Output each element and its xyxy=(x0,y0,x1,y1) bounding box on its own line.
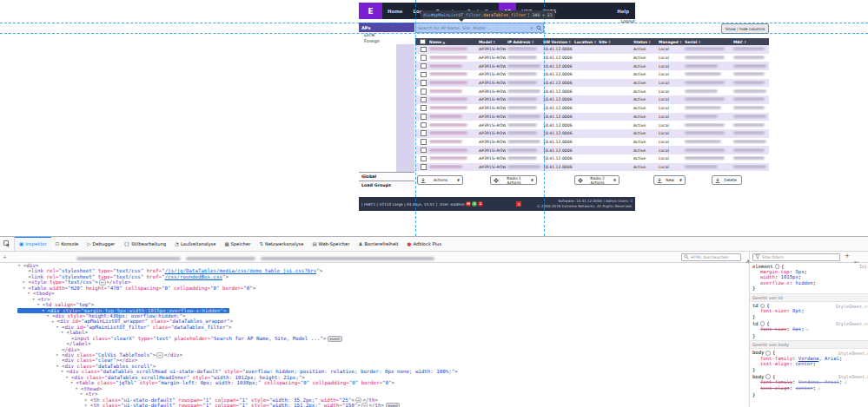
row-checkbox-cell[interactable] xyxy=(415,80,427,86)
row-checkbox-cell[interactable] xyxy=(415,139,427,145)
managed-column[interactable]: Managed⇕ xyxy=(657,40,683,44)
table-row[interactable]: AP3915i-ROW10.41.12.0006ActiveLocal xyxy=(415,138,769,147)
selector-highlighter-icon[interactable] xyxy=(765,374,771,379)
radio-2-actions-button[interactable]: Radio 2 Actions▼ xyxy=(574,175,620,185)
row-checkbox[interactable] xyxy=(421,130,427,136)
row-checkbox[interactable] xyxy=(421,114,427,120)
row-checkbox[interactable] xyxy=(421,63,427,69)
markup-line[interactable]: ▶<th class="ui-state-default" rowspan="1… xyxy=(0,403,748,407)
selector-highlighter-icon[interactable] xyxy=(760,321,765,326)
row-checkbox-cell[interactable] xyxy=(415,97,427,103)
row-checkbox[interactable] xyxy=(421,80,427,86)
tab-netzwerkanalyse[interactable]: ⇅Netzwerkanalyse xyxy=(255,237,308,251)
row-checkbox[interactable] xyxy=(421,55,427,61)
tab-stilbearbeitung[interactable]: {}Stilbearbeitung xyxy=(119,237,170,251)
row-checkbox-cell[interactable] xyxy=(415,130,427,136)
row-checkbox-cell[interactable] xyxy=(415,148,427,154)
row-checkbox[interactable] xyxy=(421,47,427,53)
table-row[interactable]: AP3915i-ROW10.41.12.0006ActiveLocal xyxy=(415,104,769,113)
table-row[interactable]: AP3915i-ROW10.41.12.0006ActiveLocal xyxy=(415,62,769,70)
nav-item-help[interactable]: Help xyxy=(611,3,635,19)
row-checkbox[interactable] xyxy=(421,156,427,162)
row-checkbox[interactable] xyxy=(421,122,427,128)
pick-element-icon[interactable] xyxy=(0,237,15,251)
tab-debugger[interactable]: ▷Debugger xyxy=(83,237,119,251)
css-declaration[interactable]: font-size: 8pt;⚠ xyxy=(752,326,868,332)
status-badge[interactable]: M xyxy=(466,201,471,207)
radio-1-actions-button[interactable]: Radio 1 Actions▼ xyxy=(490,175,537,185)
table-row[interactable]: AP3915i-ROW10.41.12.0006ActiveLocal xyxy=(415,154,769,163)
location-column[interactable]: Location⇕ xyxy=(573,40,597,44)
stylesheet-link[interactable]: StyleSheet.css: xyxy=(836,321,868,326)
row-checkbox[interactable] xyxy=(421,105,427,111)
css-declaration[interactable]: text-align: center;⚠ xyxy=(752,385,868,391)
row-checkbox[interactable] xyxy=(421,97,427,103)
tab-inspektor[interactable]: ▣Inspektor xyxy=(15,237,51,251)
checkbox-column[interactable] xyxy=(415,39,427,45)
sidebar-item-global[interactable]: Global xyxy=(359,172,414,181)
table-row[interactable]: AP3915i-ROW10.41.12.0006ActiveLocal xyxy=(415,79,769,88)
table-row[interactable]: AP3915i-ROW10.41.12.0006ActiveLocal xyxy=(415,129,769,138)
collapsed-content-icon[interactable]: … xyxy=(361,403,368,407)
add-rule-button[interactable]: + xyxy=(845,253,850,259)
sw-version-column[interactable]: SW Version⇕ xyxy=(541,40,573,44)
name-column[interactable]: Name▲ xyxy=(427,40,477,44)
row-checkbox-cell[interactable] xyxy=(415,55,427,61)
model-column[interactable]: Model⇕ xyxy=(477,40,506,44)
table-row[interactable]: AP3915i-ROW10.41.12.0006ActiveLocal xyxy=(415,45,769,54)
stylesheet-link[interactable]: StyleSheet.css xyxy=(838,351,868,356)
row-checkbox[interactable] xyxy=(421,164,427,170)
table-row[interactable]: AP3915i-ROW10.41.12.0006ActiveLocal xyxy=(415,54,769,62)
collapsed-content-icon[interactable]: … xyxy=(156,352,163,358)
stylesheet-link[interactable]: Inline xyxy=(859,264,868,269)
new-button[interactable]: New▼ xyxy=(653,175,686,185)
table-row[interactable]: AP3915i-ROW10.41.12.0006ActiveLocal xyxy=(415,121,769,129)
row-checkbox-cell[interactable] xyxy=(415,122,427,128)
select-all-checkbox[interactable] xyxy=(420,39,426,45)
table-row[interactable]: AP3915i-ROW10.41.12.0006ActiveLocal xyxy=(415,146,769,154)
row-checkbox-cell[interactable] xyxy=(415,105,427,111)
nav-item-home[interactable]: Home xyxy=(382,3,408,19)
row-checkbox[interactable] xyxy=(421,89,427,95)
row-checkbox-cell[interactable] xyxy=(415,164,427,170)
actions-button[interactable]: Actions▼ xyxy=(417,175,463,185)
mac-column[interactable]: MAC⇕ xyxy=(732,40,769,44)
selector-highlighter-icon[interactable] xyxy=(765,351,771,356)
table-row[interactable]: AP3915i-ROW10.41.12.0006ActiveLocal xyxy=(415,95,769,104)
event-badge[interactable]: event xyxy=(386,403,400,407)
event-badge[interactable]: event xyxy=(328,336,341,342)
status-badge[interactable]: 2 xyxy=(478,201,483,207)
tab-speicher[interactable]: ▦Speicher xyxy=(221,237,255,251)
row-checkbox[interactable] xyxy=(421,148,427,154)
stylesheet-link[interactable]: StyleSheet.css xyxy=(838,374,868,379)
table-row[interactable]: AP3915i-ROW10.41.12.0006ActiveLocal xyxy=(415,87,769,95)
style-filter-input[interactable]: Stile filtern xyxy=(752,253,840,261)
delete-button[interactable]: Delete xyxy=(712,175,742,185)
row-checkbox-cell[interactable] xyxy=(415,63,427,69)
alert-badge[interactable]: 3 xyxy=(516,201,521,207)
tab-konsole[interactable]: ⊡Konsole xyxy=(51,237,83,251)
tab-adblock-plus[interactable]: ●Adblock Plus xyxy=(403,237,447,251)
tab-barrierefreiheit[interactable]: ♟Barrierefreiheit xyxy=(354,237,402,251)
tab-web-speicher[interactable]: ▤Web-Speicher xyxy=(308,237,354,251)
tab-laufzeitanalyse[interactable]: ◔Laufzeitanalyse xyxy=(170,237,220,251)
ip-address-column[interactable]: IP Address⇕ xyxy=(506,40,541,44)
css-declaration[interactable]: font-family: Verdana, Arial;⚠ xyxy=(752,379,868,385)
row-checkbox[interactable] xyxy=(421,72,427,78)
serial-column[interactable]: Serial⇕ xyxy=(683,40,732,44)
row-checkbox-cell[interactable] xyxy=(415,47,427,53)
html-search-input[interactable]: HTML durchsuchen xyxy=(681,253,741,261)
table-row[interactable]: AP3915i-ROW10.41.12.0006ActiveLocal xyxy=(415,70,769,79)
status-badge[interactable]: 0 xyxy=(472,201,477,207)
row-checkbox-cell[interactable] xyxy=(415,114,427,120)
table-row[interactable]: AP3915i-ROW10.41.12.0006ActiveLocal xyxy=(415,163,769,172)
row-checkbox[interactable] xyxy=(421,139,427,145)
status-column[interactable]: Status⇕ xyxy=(632,40,657,44)
table-row[interactable]: AP3915i-ROW10.41.12.0006ActiveLocal xyxy=(415,113,769,121)
row-checkbox-cell[interactable] xyxy=(415,156,427,162)
selector-highlighter-icon[interactable] xyxy=(760,304,765,309)
row-checkbox-cell[interactable] xyxy=(415,89,427,95)
selector-highlighter-icon[interactable] xyxy=(775,264,780,269)
site-column[interactable]: Site⇕ xyxy=(597,40,632,44)
sidebar-item-load-groups[interactable]: Load Groups xyxy=(359,181,414,190)
